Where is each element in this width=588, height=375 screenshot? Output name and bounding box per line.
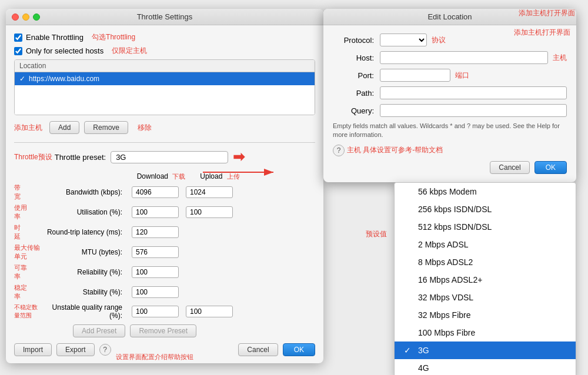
only-selected-checkbox[interactable]	[14, 47, 22, 55]
unstable-download-input[interactable]	[132, 306, 179, 317]
dropdown-label-8: 100 Mbps Fibre	[418, 328, 475, 337]
dropdown-item-0[interactable]: 56 kbps Modem	[395, 183, 576, 200]
arrow-to-dropdown	[203, 163, 279, 181]
path-row: Path:	[333, 86, 567, 99]
maximize-button[interactable]	[33, 14, 40, 21]
path-input[interactable]	[380, 86, 567, 99]
unstable-upload-input[interactable]	[186, 306, 233, 317]
reliability-cn: 可靠率	[14, 263, 29, 281]
minimize-button[interactable]	[22, 14, 29, 21]
stability-label: Stability (%):	[32, 288, 127, 296]
dropdown-item-6[interactable]: 32 Mbps VDSL	[395, 289, 576, 306]
dropdown-item-8[interactable]: 100 Mbps Fibre	[395, 324, 576, 341]
utilisation-download-input[interactable]	[132, 206, 179, 218]
utilisation-cn: 使用率	[14, 203, 29, 221]
port-input[interactable]	[380, 69, 450, 82]
dropdown-item-4[interactable]: 8 Mbps ADSL2	[395, 253, 576, 271]
ok-button[interactable]: OK	[283, 343, 315, 356]
only-selected-row: Only for selected hosts 仅限定主机	[14, 46, 315, 56]
host-label: Host:	[333, 53, 380, 62]
add-host-annotation: 添加主机	[14, 123, 42, 133]
host-settings-annotation: 主机 具体设置可参考-帮助文档	[347, 145, 443, 155]
preset-values-annotation: 预设值	[366, 229, 387, 239]
th-download-cn: 下载	[172, 173, 185, 180]
import-button[interactable]: Import	[14, 343, 52, 356]
utilisation-label: Utilisation (%):	[32, 208, 127, 216]
preset-annotation: Throttle预设	[14, 152, 52, 162]
latency-row: 时延 Round-trip latency (ms):	[14, 223, 315, 241]
reliability-label-container: 可靠率 Reliability (%):	[14, 263, 132, 281]
unstable-cn: 不稳定数量范围	[14, 303, 42, 320]
bottom-buttons-row: Import Export ? 设置界面配置介绍帮助按钮 Cancel OK	[14, 343, 315, 356]
cancel-button[interactable]: Cancel	[238, 343, 278, 356]
dropdown-item-3[interactable]: 2 Mbps ADSL	[395, 236, 576, 253]
query-row: Query:	[333, 104, 567, 117]
edit-ok-button[interactable]: OK	[534, 161, 567, 174]
latency-label-container: 时延 Round-trip latency (ms):	[14, 223, 132, 241]
enable-throttling-annotation: 勾选Throttling	[92, 32, 135, 42]
edit-help-button[interactable]: ?	[333, 145, 345, 156]
path-label: Path:	[333, 89, 380, 98]
dropdown-item-1[interactable]: 256 kbps ISDN/DSL	[395, 200, 576, 218]
throttle-window-body: Enable Throttling 勾选Throttling Only for …	[6, 25, 323, 363]
add-location-button[interactable]: Add	[49, 121, 79, 134]
add-preset-button[interactable]: Add Preset	[73, 324, 125, 337]
edit-window-title: Edit Location	[427, 12, 472, 21]
dropdown-item-5[interactable]: 16 Mbps ADSL2+	[395, 271, 576, 289]
dropdown-item-7[interactable]: 32 Mbps Fibre	[395, 306, 576, 324]
location-url: https://www.baidu.com	[29, 75, 99, 83]
mtu-row: 最大传输单元 MTU (bytes):	[14, 243, 315, 261]
utilisation-upload-input[interactable]	[186, 206, 233, 218]
enable-throttling-checkbox[interactable]	[14, 34, 22, 42]
protocol-select[interactable]: http https	[380, 34, 427, 46]
stability-cn: 稳定率	[14, 283, 29, 301]
throttle-window-title: Throttle Settings	[137, 12, 193, 21]
dropdown-label-10: 4G	[418, 363, 429, 373]
location-checkmark: ✓	[19, 75, 25, 83]
dropdown-label-0: 56 kbps Modem	[418, 187, 477, 196]
host-annotation: 主机	[553, 53, 567, 63]
help-button[interactable]: ?	[99, 344, 111, 356]
location-selected-row[interactable]: ✓ https://www.baidu.com	[15, 72, 315, 85]
bandwidth-download-input[interactable]	[132, 186, 179, 198]
unstable-row: 不稳定数量范围 Unstable quality range (%):	[14, 303, 315, 320]
utilisation-label-container: 使用率 Utilisation (%):	[14, 203, 132, 221]
stability-label-container: 稳定率 Stability (%):	[14, 283, 132, 301]
throttle-titlebar: Throttle Settings	[6, 9, 323, 25]
bandwidth-upload-input[interactable]	[186, 186, 233, 198]
port-row: Port: 端口	[333, 69, 567, 82]
edit-bottom-buttons: Cancel OK	[333, 161, 567, 174]
preset-input[interactable]	[111, 151, 228, 163]
export-button[interactable]: Export	[56, 343, 95, 356]
reliability-label: Reliability (%):	[32, 268, 127, 276]
port-annotation: 端口	[455, 71, 469, 81]
query-input[interactable]	[380, 104, 567, 117]
mtu-cn: 最大传输单元	[14, 243, 41, 261]
th-empty	[14, 172, 132, 181]
dropdown-item-9[interactable]: ✓ 3G	[395, 341, 576, 359]
dropdown-item-2[interactable]: 512 kbps ISDN/DSL	[395, 218, 576, 236]
stability-row: 稳定率 Stability (%):	[14, 283, 315, 301]
remove-preset-button[interactable]: Remove Preset	[130, 324, 196, 337]
mtu-input[interactable]	[132, 246, 179, 258]
reliability-input[interactable]	[132, 266, 179, 278]
bandwidth-row: 带宽 Bandwidth (kbps):	[14, 183, 315, 201]
only-selected-label: Only for selected hosts	[26, 46, 103, 55]
remove-annotation: 移除	[138, 123, 152, 133]
unstable-label: Unstable quality range (%):	[45, 303, 127, 320]
dropdown-item-10[interactable]: 4G	[395, 359, 576, 375]
dropdown-label-3: 2 Mbps ADSL	[418, 240, 469, 249]
bandwidth-label: Bandwidth (kbps):	[28, 188, 128, 196]
stability-input[interactable]	[132, 286, 179, 298]
port-label: Port:	[333, 71, 380, 80]
close-button[interactable]	[12, 14, 19, 21]
edit-location-window: Edit Location 添加主机打开界面 Protocol: http ht…	[323, 9, 576, 182]
dropdown-label-4: 8 Mbps ADSL2	[418, 257, 473, 267]
edit-cancel-button[interactable]: Cancel	[490, 161, 529, 174]
host-input[interactable]	[380, 51, 548, 64]
latency-input[interactable]	[132, 226, 179, 238]
dropdown-label-5: 16 Mbps ADSL2+	[418, 275, 482, 284]
unstable-label-container: 不稳定数量范围 Unstable quality range (%):	[14, 303, 132, 320]
remove-location-button[interactable]: Remove	[84, 121, 128, 134]
location-section: Location ✓ https://www.baidu.com	[14, 59, 315, 115]
